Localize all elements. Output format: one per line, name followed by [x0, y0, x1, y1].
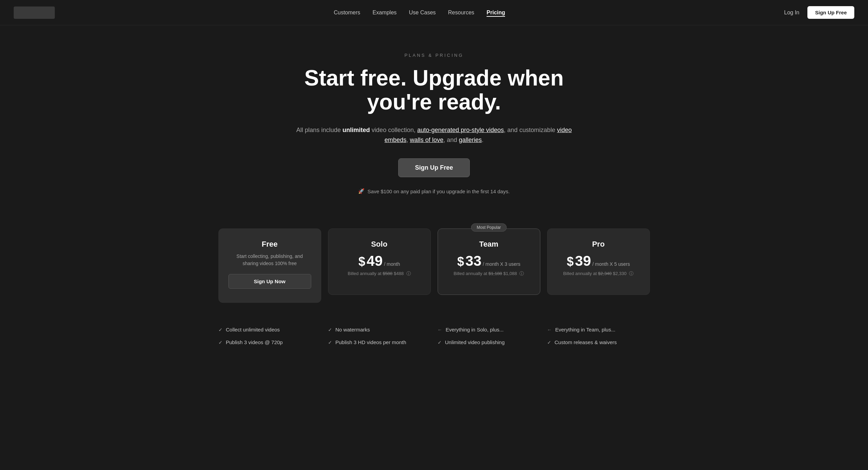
- feature-team-2: ✓ Unlimited video publishing: [438, 336, 540, 349]
- card-price-team: $ 33 / month X 3 users: [448, 253, 530, 269]
- card-description-free: Start collecting, publishing, and sharin…: [228, 253, 311, 267]
- feature-text-team-1: Everything in Solo, plus...: [446, 327, 504, 332]
- features-section: ✓ Collect unlimited videos ✓ Publish 3 v…: [0, 323, 868, 349]
- nav-actions: Log In Sign Up Free: [784, 6, 854, 19]
- hero-title: Start free. Upgrade when you're ready.: [294, 66, 575, 114]
- card-billing-solo: Billed annually at $588 $488 ⓘ: [338, 271, 421, 277]
- hero-signup-button[interactable]: Sign Up Free: [398, 158, 470, 177]
- pricing-card-free: Free Start collecting, publishing, and s…: [218, 229, 321, 303]
- price-dollar-solo: $: [358, 254, 365, 269]
- nav-item-customers[interactable]: Customers: [334, 10, 360, 16]
- price-per-pro: / month X 5 users: [592, 261, 630, 267]
- feature-text-solo-2: Publish 3 HD videos per month: [336, 339, 406, 345]
- info-icon-pro[interactable]: ⓘ: [629, 271, 633, 276]
- check-icon-free-2: ✓: [218, 340, 223, 345]
- pricing-card-pro: Pro $ 39 / month X 5 users Billed annual…: [547, 229, 650, 295]
- hero-save-text: Save $100 on any paid plan if you upgrad…: [367, 188, 510, 194]
- price-amount-solo: 49: [367, 253, 383, 269]
- check-icon-free-1: ✓: [218, 327, 223, 332]
- hero-section: PLANS & PRICING Start free. Upgrade when…: [280, 25, 588, 215]
- feature-text-pro-1: Everything in Team, plus...: [555, 327, 616, 332]
- check-icon-team-2: ✓: [438, 340, 442, 345]
- card-billing-pro: Billed annually at $2,340 $2,330 ⓘ: [557, 271, 640, 277]
- arrow-icon-pro-1: ←: [547, 327, 552, 332]
- billing-disc-team: $1,088: [503, 271, 517, 276]
- price-per-team: / month X 3 users: [483, 261, 520, 267]
- card-title-solo: Solo: [338, 240, 421, 249]
- feature-text-free-2: Publish 3 videos @ 720p: [226, 339, 283, 345]
- hero-subtitle-bold: unlimited: [342, 127, 370, 133]
- check-icon-solo-1: ✓: [328, 327, 332, 332]
- nav-links: Customers Examples Use Cases Resources P…: [334, 10, 505, 16]
- price-amount-pro: 39: [575, 253, 591, 269]
- feature-pro-2: ✓ Custom releases & waivers: [547, 336, 650, 349]
- price-dollar-team: $: [457, 254, 464, 269]
- nav-link-customers[interactable]: Customers: [334, 10, 360, 15]
- feature-text-pro-2: Custom releases & waivers: [555, 339, 617, 345]
- billing-disc-solo: $488: [394, 271, 404, 276]
- card-title-pro: Pro: [557, 240, 640, 249]
- navbar: Customers Examples Use Cases Resources P…: [0, 0, 868, 25]
- nav-item-use-cases[interactable]: Use Cases: [409, 10, 436, 16]
- card-billing-team: Billed annually at $1,188 $1,088 ⓘ: [448, 271, 530, 277]
- nav-item-resources[interactable]: Resources: [448, 10, 474, 16]
- feature-text-team-2: Unlimited video publishing: [445, 339, 505, 345]
- logo[interactable]: [14, 6, 55, 19]
- most-popular-badge: Most Popular: [471, 223, 507, 232]
- check-icon-pro-2: ✓: [547, 340, 551, 345]
- billing-prefix-pro: Billed annually at: [563, 271, 598, 276]
- price-amount-team: 33: [465, 253, 481, 269]
- feature-free-2: ✓ Publish 3 videos @ 720p: [218, 336, 321, 349]
- info-icon-team[interactable]: ⓘ: [519, 271, 524, 276]
- price-dollar-pro: $: [567, 254, 574, 269]
- nav-link-examples[interactable]: Examples: [373, 10, 397, 15]
- billing-disc-pro: $2,330: [613, 271, 627, 276]
- billing-original-team: $1,188: [489, 271, 502, 276]
- nav-item-examples[interactable]: Examples: [373, 10, 397, 16]
- feature-team-1: ← Everything in Solo, plus...: [438, 323, 540, 336]
- hero-label: PLANS & PRICING: [294, 53, 575, 58]
- features-col-free: ✓ Collect unlimited videos ✓ Publish 3 v…: [218, 323, 321, 349]
- billing-original-solo: $588: [382, 271, 392, 276]
- hero-link-walls[interactable]: walls of love: [410, 136, 443, 143]
- price-per-solo: / month: [384, 261, 400, 267]
- card-price-pro: $ 39 / month X 5 users: [557, 253, 640, 269]
- arrow-icon-team-1: ←: [438, 327, 442, 332]
- billing-prefix-solo: Billed annually at: [348, 271, 383, 276]
- nav-signup-button[interactable]: Sign Up Free: [807, 6, 854, 19]
- billing-prefix-team: Billed annually at: [454, 271, 489, 276]
- feature-pro-1: ← Everything in Team, plus...: [547, 323, 650, 336]
- billing-original-pro: $2,340: [598, 271, 612, 276]
- hero-link-galleries[interactable]: galleries: [459, 136, 482, 143]
- feature-text-solo-1: No watermarks: [336, 327, 370, 332]
- card-title-free: Free: [228, 240, 311, 249]
- hero-save-note: 🚀 Save $100 on any paid plan if you upgr…: [294, 188, 575, 194]
- rocket-icon: 🚀: [358, 188, 365, 194]
- features-col-solo: ✓ No watermarks ✓ Publish 3 HD videos pe…: [328, 323, 431, 349]
- features-col-team: ← Everything in Solo, plus... ✓ Unlimite…: [438, 323, 540, 349]
- check-icon-solo-2: ✓: [328, 340, 332, 345]
- pricing-card-team: Most Popular Team $ 33 / month X 3 users…: [438, 229, 540, 295]
- feature-solo-1: ✓ No watermarks: [328, 323, 431, 336]
- free-signup-button[interactable]: Sign Up Now: [228, 274, 311, 289]
- pricing-card-solo: Solo $ 49 / month Billed annually at $58…: [328, 229, 431, 295]
- nav-item-pricing[interactable]: Pricing: [487, 10, 505, 16]
- login-link[interactable]: Log In: [784, 10, 799, 16]
- features-row: ✓ Collect unlimited videos ✓ Publish 3 v…: [21, 323, 847, 349]
- features-col-pro: ← Everything in Team, plus... ✓ Custom r…: [547, 323, 650, 349]
- feature-text-free-1: Collect unlimited videos: [226, 327, 280, 332]
- pricing-cards: Free Start collecting, publishing, and s…: [21, 229, 847, 303]
- nav-link-resources[interactable]: Resources: [448, 10, 474, 15]
- pricing-section: Free Start collecting, publishing, and s…: [0, 215, 868, 323]
- hero-link-pro-style[interactable]: auto-generated pro-style videos: [417, 127, 504, 133]
- nav-link-pricing[interactable]: Pricing: [487, 10, 505, 17]
- info-icon-solo[interactable]: ⓘ: [406, 271, 411, 276]
- nav-link-use-cases[interactable]: Use Cases: [409, 10, 436, 15]
- card-price-solo: $ 49 / month: [338, 253, 421, 269]
- feature-free-1: ✓ Collect unlimited videos: [218, 323, 321, 336]
- feature-solo-2: ✓ Publish 3 HD videos per month: [328, 336, 431, 349]
- card-title-team: Team: [448, 240, 530, 249]
- hero-subtitle: All plans include unlimited video collec…: [294, 125, 575, 145]
